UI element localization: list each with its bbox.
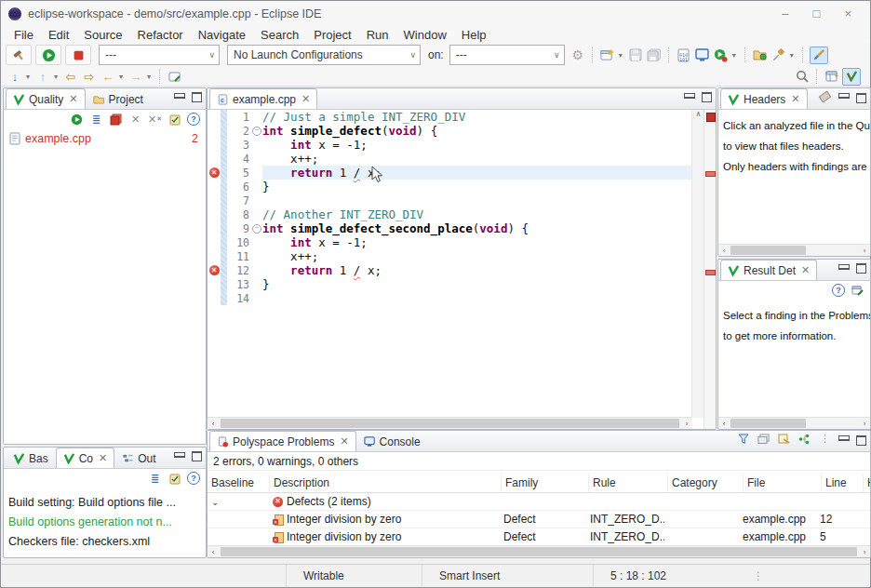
tab-quality[interactable]: Quality ✕ [6, 88, 86, 109]
column-header-header[interactable]: Header [864, 474, 870, 492]
format-brush-button[interactable] [770, 47, 787, 63]
previous-annotation-dropdown[interactable]: ▾ [52, 73, 60, 81]
layered-results-button[interactable] [109, 113, 123, 127]
problems-row[interactable]: ✕Integer division by zeroDefectINT_ZERO_… [208, 528, 870, 546]
code-text[interactable]: } [262, 180, 692, 194]
menu-project[interactable]: Project [306, 28, 358, 42]
scroll-lock-icon[interactable]: ≣ [148, 472, 162, 486]
remove-icon[interactable]: ✕ [128, 113, 142, 127]
minimize-view-icon[interactable] [838, 93, 850, 99]
column-header-file[interactable]: File [744, 474, 822, 492]
column-header-line[interactable]: Line [822, 474, 864, 492]
fold-column[interactable]: − [251, 127, 262, 136]
code-text[interactable] [262, 291, 692, 305]
expand-chevron-icon[interactable]: ⌄ [211, 497, 219, 507]
menu-help[interactable]: Help [454, 28, 494, 42]
code-text[interactable]: x++; [262, 152, 692, 166]
fold-collapse-icon[interactable]: − [252, 224, 261, 234]
column-header-family[interactable]: Family [502, 474, 589, 492]
maximize-view-icon[interactable] [856, 263, 866, 274]
menu-source[interactable]: Source [76, 28, 129, 42]
overview-error-mark[interactable] [705, 270, 716, 275]
report-button[interactable] [168, 113, 181, 127]
code-lines[interactable]: 1// Just a simple INT_ZERO_DIV2−int simp… [208, 110, 692, 418]
code-text[interactable]: int simple_defect(void) { [262, 124, 692, 138]
maximize-view-icon[interactable] [856, 435, 866, 446]
editor-body[interactable]: 1// Just a simple INT_ZERO_DIV2−int simp… [208, 110, 716, 429]
close-button[interactable]: × [844, 7, 851, 20]
tab-project[interactable]: Project [86, 88, 151, 109]
code-line-8[interactable]: 8// Another INT_ZERO_DIV [208, 207, 692, 221]
problems-row[interactable]: ⌄✕Defects (2 items) [208, 493, 870, 511]
status-menu-icon[interactable]: ⋮ [753, 569, 765, 582]
minimize-view-icon[interactable] [838, 435, 850, 441]
forward-history-dropdown[interactable]: ▾ [145, 73, 153, 81]
run-external-dropdown[interactable]: ▾ [730, 51, 738, 60]
column-header-rule[interactable]: Rule [589, 474, 668, 492]
code-text[interactable]: // Another INT_ZERO_DIV [262, 207, 692, 221]
help-icon[interactable]: ? [187, 113, 200, 126]
code-text[interactable]: int simple_defect_second_place(void) { [262, 221, 692, 235]
results-combo[interactable]: ---∨ [99, 45, 220, 65]
minimize-view-icon[interactable] [174, 452, 185, 458]
scroll-right-icon[interactable]: › [681, 420, 692, 428]
overview-ruler[interactable] [704, 110, 716, 429]
code-text[interactable]: return 1 / x; [262, 263, 692, 277]
import-findings-button[interactable] [777, 432, 791, 446]
code-line-14[interactable]: 14 [208, 291, 692, 305]
run-external-button[interactable] [713, 47, 730, 63]
problems-row[interactable]: ✕Integer division by zeroDefectINT_ZERO_… [208, 511, 870, 528]
open-type-button[interactable] [752, 47, 769, 63]
code-text[interactable]: x++; [262, 249, 692, 263]
code-text[interactable]: int x = -1; [262, 138, 692, 152]
close-tab-icon[interactable]: ✕ [69, 93, 77, 105]
view-menu-icon[interactable]: ⋮ [818, 432, 832, 446]
maximize-view-icon[interactable] [702, 92, 712, 102]
code-line-5[interactable]: ✕5 return 1 / x; [208, 166, 692, 180]
column-header-description[interactable]: Description [270, 474, 502, 492]
menu-search[interactable]: Search [253, 28, 306, 42]
editor-h-scrollbar[interactable]: ‹ › [208, 417, 692, 429]
menu-window[interactable]: Window [396, 28, 454, 42]
close-tab-icon[interactable]: ✕ [791, 93, 799, 105]
scroll-left-icon[interactable]: ‹ [208, 548, 219, 556]
editor-v-scrollbar[interactable]: ∧ [691, 110, 704, 418]
scroll-left-icon[interactable]: ‹ [718, 420, 730, 428]
overview-error-mark[interactable] [705, 171, 716, 177]
code-line-11[interactable]: 11 x++; [208, 249, 692, 263]
back-history-dropdown[interactable]: ▾ [117, 73, 125, 81]
tab-polyspace-problems[interactable]: Polyspace Problems ✕ [209, 431, 356, 451]
code-line-6[interactable]: 6} [208, 180, 692, 194]
next-annotation-button[interactable]: ↓ [7, 69, 23, 85]
code-line-13[interactable]: 13} [208, 277, 692, 291]
code-text[interactable]: return 1 / x; [262, 166, 692, 180]
scroll-right-icon[interactable]: › [859, 548, 870, 556]
menu-run[interactable]: Run [359, 28, 396, 42]
previous-annotation-button[interactable]: ↑ [34, 69, 51, 85]
scroll-left-icon[interactable]: ‹ [208, 420, 219, 428]
console-display-button[interactable] [694, 47, 711, 63]
close-tab-icon[interactable]: ✕ [801, 264, 810, 276]
help-icon[interactable]: ? [187, 472, 200, 485]
minimize-view-icon[interactable] [838, 264, 850, 270]
next-annotation-dropdown[interactable]: ▾ [24, 73, 32, 81]
error-gutter[interactable]: ✕ [208, 166, 221, 180]
back-button[interactable]: ⇦ [62, 69, 79, 85]
save-all-button[interactable] [646, 47, 663, 63]
fold-collapse-icon[interactable]: − [252, 127, 261, 136]
code-text[interactable]: int x = -1; [262, 235, 692, 249]
eraser-icon[interactable] [818, 89, 832, 103]
tab-headers[interactable]: Headers ✕ [720, 88, 808, 109]
code-line-10[interactable]: 10 int x = -1; [208, 235, 692, 249]
help-icon[interactable]: ? [832, 284, 845, 297]
result-h-scrollbar[interactable]: ‹ › [718, 417, 870, 429]
close-tab-icon[interactable]: ✕ [340, 435, 348, 448]
code-line-12[interactable]: ✕12 return 1 / x; [208, 263, 692, 277]
fold-column[interactable]: − [251, 224, 262, 234]
mark-occurrences-toggle[interactable] [810, 47, 828, 64]
column-header-category[interactable]: Category [668, 474, 744, 492]
error-gutter[interactable]: ✕ [208, 263, 221, 277]
maximize-view-icon[interactable] [192, 451, 202, 461]
remove-all-icon[interactable]: ✕✕ [148, 113, 162, 127]
maximize-view-icon[interactable] [192, 92, 202, 102]
